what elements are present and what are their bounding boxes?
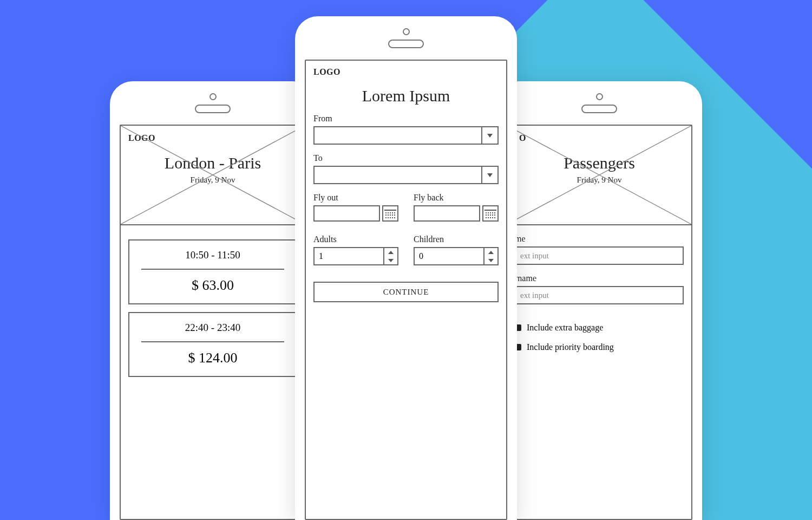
flyback-input[interactable] (414, 205, 480, 222)
camera-icon (596, 93, 603, 100)
adults-stepper[interactable]: 1 (313, 247, 398, 265)
result-card-2[interactable]: 22:40 - 23:40 $ 124.00 (128, 312, 297, 377)
search-title: Lorem Ipsum (313, 87, 499, 105)
from-dropdown[interactable] (313, 126, 499, 145)
chevron-down-icon[interactable] (481, 167, 497, 183)
result-card-1[interactable]: 10:50 - 11:50 $ 63.00 (128, 239, 297, 304)
name-label: me (515, 234, 684, 244)
flyout-datepicker[interactable] (313, 205, 398, 222)
priority-checkbox[interactable]: Include priority boarding (515, 342, 684, 352)
name-input[interactable]: ext input (515, 246, 684, 265)
children-label: Children (414, 235, 499, 244)
phone-passengers: O Passengers Friday, 9 Nov me ext input … (496, 81, 702, 520)
phone-top (496, 81, 702, 125)
adults-label: Adults (313, 235, 398, 244)
flyout-input[interactable] (313, 205, 380, 222)
arrow-down-icon[interactable] (384, 256, 397, 264)
baggage-checkbox[interactable]: Include extra baggage (515, 323, 684, 333)
hero-image-placeholder: O Passengers Friday, 9 Nov (506, 125, 692, 225)
result-price: $ 63.00 (129, 270, 296, 303)
phone-top (295, 16, 517, 60)
baggage-label: Include extra baggage (527, 323, 603, 333)
from-value (315, 127, 481, 144)
arrow-up-icon[interactable] (384, 248, 397, 256)
chevron-down-icon[interactable] (481, 127, 497, 144)
to-value (315, 167, 481, 183)
phone-stage: LOGO London - Paris Friday, 9 Nov 10:50 … (0, 0, 812, 520)
speaker-icon (388, 40, 424, 48)
screen-search: LOGO Lorem Ipsum From To Fly out (305, 60, 507, 520)
adults-value: 1 (315, 248, 383, 264)
surname-input[interactable]: ext input (515, 286, 684, 304)
arrow-up-icon[interactable] (484, 248, 497, 256)
hero-image-placeholder: LOGO London - Paris Friday, 9 Nov (120, 125, 306, 225)
result-time: 22:40 - 23:40 (136, 313, 290, 342)
arrow-down-icon[interactable] (484, 256, 497, 264)
flyout-label: Fly out (313, 193, 398, 203)
priority-label: Include priority boarding (527, 342, 614, 352)
from-label: From (313, 114, 499, 123)
camera-icon (209, 93, 217, 100)
phone-top (110, 81, 316, 125)
phone-results: LOGO London - Paris Friday, 9 Nov 10:50 … (110, 81, 316, 520)
calendar-icon[interactable] (482, 205, 499, 222)
children-value: 0 (415, 248, 483, 264)
surname-label: rname (515, 274, 684, 283)
to-dropdown[interactable] (313, 166, 499, 184)
calendar-icon[interactable] (382, 205, 398, 222)
speaker-icon (195, 105, 231, 113)
screen-results: LOGO London - Paris Friday, 9 Nov 10:50 … (120, 125, 306, 520)
flyback-label: Fly back (414, 193, 499, 203)
logo-text: LOGO (313, 67, 499, 77)
result-price: $ 124.00 (129, 342, 296, 376)
screen-passengers: O Passengers Friday, 9 Nov me ext input … (506, 125, 692, 520)
flyback-datepicker[interactable] (414, 205, 499, 222)
camera-icon (403, 28, 410, 35)
to-label: To (313, 153, 499, 163)
speaker-icon (581, 105, 617, 113)
continue-button[interactable]: CONTINUE (313, 282, 499, 302)
result-time: 10:50 - 11:50 (136, 240, 290, 270)
children-stepper[interactable]: 0 (414, 247, 499, 265)
phone-search: LOGO Lorem Ipsum From To Fly out (295, 16, 517, 520)
